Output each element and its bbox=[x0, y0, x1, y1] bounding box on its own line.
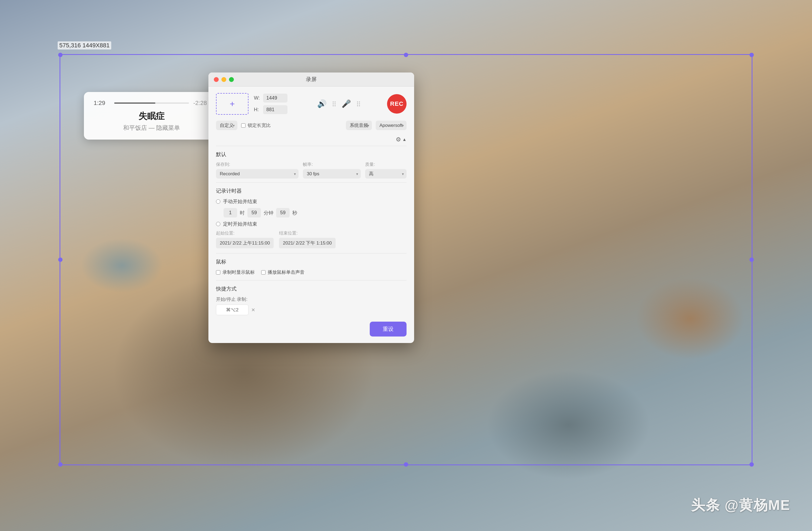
schedule-timer-row: 定时开始并结束 bbox=[216, 221, 407, 227]
handle-bl[interactable] bbox=[58, 462, 62, 467]
width-label: W: bbox=[254, 95, 260, 101]
quality-select[interactable]: 高 bbox=[365, 169, 407, 178]
dropdown-row: 自定义 锁定长宽比 系统音频 Apowersoft bbox=[216, 121, 407, 130]
area-select-wrapper: 自定义 bbox=[216, 121, 237, 130]
capture-plus-icon: + bbox=[230, 99, 235, 109]
end-date-group: 结束位置: 2021/ 2/22 下午 1:15:00 bbox=[279, 231, 336, 248]
reset-button[interactable]: 重设 bbox=[370, 322, 407, 337]
minute-box[interactable]: 59 bbox=[247, 208, 261, 218]
speaker-dots bbox=[331, 99, 337, 108]
time-start: 1:29 bbox=[93, 100, 110, 107]
settings-icon[interactable]: ⚙ bbox=[396, 136, 401, 143]
chevron-up-icon[interactable]: ▲ bbox=[402, 137, 407, 142]
second-unit: 秒 bbox=[292, 210, 297, 216]
mouse-options: 录制时显示鼠标 播放鼠标单击声音 bbox=[216, 269, 407, 275]
audio-system-wrapper: 系统音频 bbox=[346, 121, 372, 130]
divider-4 bbox=[216, 280, 407, 281]
shortcut-box[interactable]: ⌘⌥2 bbox=[216, 305, 248, 315]
click-sound-checkbox[interactable] bbox=[261, 270, 265, 275]
height-label: H: bbox=[254, 107, 260, 113]
audio-controls: 🔊 🎤 bbox=[293, 97, 382, 111]
shortcut-clear-icon[interactable]: ✕ bbox=[251, 307, 255, 313]
progress-row: 1:29 -2:28 bbox=[93, 100, 209, 107]
handle-tc[interactable] bbox=[404, 53, 408, 57]
end-time-input[interactable]: 2021/ 2/22 下午 1:15:00 bbox=[279, 238, 336, 248]
progress-bar[interactable] bbox=[114, 103, 189, 104]
handle-mr[interactable] bbox=[750, 257, 754, 262]
hour-unit: 时 bbox=[240, 210, 245, 216]
window-title: 录屏 bbox=[306, 76, 317, 83]
maximize-button[interactable] bbox=[229, 77, 234, 82]
start-time-input[interactable]: 2021/ 2/22 上午11:15:00 bbox=[216, 238, 274, 248]
gear-row: ⚙ ▲ bbox=[216, 136, 407, 143]
start-pos-label: 起始位置: bbox=[216, 231, 274, 236]
mouse-section-label: 鼠标 bbox=[216, 258, 407, 265]
lock-ratio-row: 锁定长宽比 bbox=[241, 122, 271, 129]
shortcuts-section: 快捷方式 开始/停止 录制: ⌘⌥2 ✕ bbox=[216, 285, 407, 315]
mic-button[interactable]: 🎤 bbox=[337, 97, 356, 111]
save-to-select[interactable]: Recorded bbox=[216, 169, 299, 178]
shortcut-value: ⌘⌥2 bbox=[226, 307, 238, 313]
handle-tr[interactable] bbox=[750, 53, 754, 57]
progress-fill bbox=[114, 103, 155, 104]
quality-wrapper: 高 bbox=[365, 169, 407, 178]
schedule-timer-radio[interactable] bbox=[216, 222, 220, 226]
save-frame-quality-row: 保存到: Recorded 帧率: 30 fps 质量: bbox=[216, 162, 407, 178]
time-end: -2:28 bbox=[193, 100, 209, 107]
title-bar: 录屏 bbox=[208, 73, 414, 87]
timer-section: 记录计时器 手动开始并结束 1 时 59 分钟 59 秒 定时开始并结束 bbox=[216, 188, 407, 248]
time-inputs: 1 时 59 分钟 59 秒 bbox=[223, 208, 407, 218]
timer-section-label: 记录计时器 bbox=[216, 188, 407, 194]
music-title: 失眠症 bbox=[93, 110, 209, 122]
end-pos-label: 结束位置: bbox=[279, 231, 336, 236]
music-player: 1:29 -2:28 失眠症 和平饭店 — 隐藏菜单 bbox=[84, 92, 219, 139]
capture-area-box[interactable]: + bbox=[216, 93, 248, 115]
mic-icon: 🎤 bbox=[342, 99, 351, 108]
rec-label: REC bbox=[390, 100, 403, 107]
music-artist: 和平饭店 — 隐藏菜单 bbox=[93, 124, 209, 132]
shortcuts-section-label: 快捷方式 bbox=[216, 285, 407, 292]
speaker-icon: 🔊 bbox=[317, 99, 327, 108]
click-sound-item: 播放鼠标单击声音 bbox=[261, 269, 304, 275]
watermark: 头条 @黄杨ME bbox=[691, 496, 791, 515]
date-row: 起始位置: 2021/ 2/22 上午11:15:00 结束位置: 2021/ … bbox=[216, 231, 407, 248]
hour-box[interactable]: 1 bbox=[223, 208, 237, 218]
show-cursor-checkbox[interactable] bbox=[216, 270, 220, 275]
mouse-section: 鼠标 录制时显示鼠标 播放鼠标单击声音 bbox=[216, 258, 407, 275]
manual-timer-radio[interactable] bbox=[216, 200, 220, 204]
handle-bc[interactable] bbox=[404, 462, 408, 467]
window-body: + W: H: 🔊 bbox=[208, 87, 414, 343]
handle-tl[interactable] bbox=[58, 53, 62, 57]
show-cursor-item: 录制时显示鼠标 bbox=[216, 269, 255, 275]
handle-br[interactable] bbox=[750, 462, 754, 467]
coord-label: 575,316 1449X881 bbox=[58, 41, 111, 49]
manual-timer-row: 手动开始并结束 bbox=[216, 198, 407, 205]
close-button[interactable] bbox=[214, 77, 219, 82]
show-cursor-label: 录制时显示鼠标 bbox=[222, 269, 255, 275]
handle-ml[interactable] bbox=[58, 257, 62, 262]
audio-system-select[interactable]: 系统音频 bbox=[346, 121, 372, 130]
second-box[interactable]: 59 bbox=[276, 208, 290, 218]
top-controls: + W: H: 🔊 bbox=[216, 93, 407, 115]
width-input[interactable] bbox=[263, 93, 288, 103]
save-to-label: 保存到: bbox=[216, 162, 299, 167]
minute-unit: 分钟 bbox=[264, 210, 273, 216]
area-select[interactable]: 自定义 bbox=[216, 121, 237, 130]
rec-button[interactable]: REC bbox=[387, 94, 407, 114]
quality-label: 质量: bbox=[365, 162, 407, 167]
divider-3 bbox=[216, 253, 407, 253]
save-to-wrapper: Recorded bbox=[216, 169, 299, 178]
height-input[interactable] bbox=[263, 105, 288, 114]
start-date-group: 起始位置: 2021/ 2/22 上午11:15:00 bbox=[216, 231, 274, 248]
speaker-button[interactable]: 🔊 bbox=[313, 97, 331, 111]
audio-mic-select[interactable]: Apowersoft bbox=[376, 121, 407, 130]
minimize-button[interactable] bbox=[221, 77, 226, 82]
mic-dots bbox=[356, 99, 362, 108]
schedule-timer-label: 定时开始并结束 bbox=[223, 221, 257, 227]
start-stop-label: 开始/停止 录制: bbox=[216, 296, 407, 303]
wh-section: W: H: bbox=[254, 93, 288, 114]
click-sound-label: 播放鼠标单击声音 bbox=[268, 269, 304, 275]
audio-mic-wrapper: Apowersoft bbox=[376, 121, 407, 130]
lock-ratio-checkbox[interactable] bbox=[241, 123, 246, 128]
frame-rate-select[interactable]: 30 fps bbox=[303, 169, 361, 178]
